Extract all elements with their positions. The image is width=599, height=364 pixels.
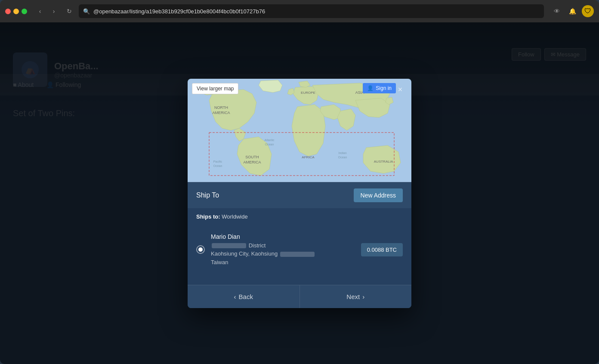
address-line-1: District	[211, 241, 355, 250]
svg-text:Pacific: Pacific	[213, 160, 222, 163]
svg-text:AFRICA: AFRICA	[302, 155, 315, 159]
map-container: NORTH AMERICA SOUTH AMERICA AFRICA EUROP…	[188, 79, 411, 182]
svg-text:Atlantic: Atlantic	[265, 139, 275, 142]
nav-buttons: ‹ ›	[34, 5, 60, 17]
address-price: 0.0088 BTC	[361, 243, 403, 256]
svg-text:Ocean: Ocean	[338, 156, 347, 159]
svg-text:EUROPE: EUROPE	[301, 91, 315, 95]
map-sign-in-button[interactable]: 👤 Sign in	[363, 83, 396, 93]
svg-text:NORTH: NORTH	[214, 105, 228, 110]
ships-to-bar: Ships to: Worldwide	[188, 208, 411, 225]
checkout-modal: ×	[188, 79, 411, 308]
svg-text:SOUTH: SOUTH	[245, 155, 259, 159]
browser-actions: 👁 🔔 🛡	[551, 5, 594, 17]
address-item[interactable]: Mario Dian District Kaohsiung City, Kaoh…	[196, 229, 403, 271]
forward-nav-button[interactable]: ›	[48, 5, 60, 17]
svg-text:Ocean: Ocean	[213, 164, 222, 167]
modal-close-button[interactable]: ×	[394, 84, 406, 96]
notification-button[interactable]: 🔔	[566, 5, 578, 17]
back-button[interactable]: ‹ Back	[188, 285, 300, 308]
modal-overlay: ×	[0, 22, 599, 364]
svg-text:Ocean: Ocean	[265, 143, 274, 146]
next-button[interactable]: Next ›	[300, 285, 412, 308]
world-map: NORTH AMERICA SOUTH AMERICA AFRICA EUROP…	[188, 79, 411, 182]
address-line-2: Kaohsiung City, Kaohsiung	[211, 250, 355, 258]
user-avatar[interactable]: 🛡	[582, 5, 594, 17]
ships-to-text: Ships to: Worldwide	[196, 213, 248, 220]
svg-text:AMERICA: AMERICA	[212, 111, 230, 115]
browser-content: ⛺ OpenBa... @openbazaar Follow ✉ Message…	[0, 22, 599, 364]
address-bar[interactable]: 🔍 @openbazaar/listing/a19eb381b929cf0e1b…	[79, 4, 544, 18]
refresh-button[interactable]: ↻	[63, 5, 75, 17]
svg-text:AMERICA: AMERICA	[243, 160, 261, 164]
back-nav-button[interactable]: ‹	[34, 5, 46, 17]
radio-outer	[196, 245, 205, 254]
url-text: @openbazaar/listing/a19eb381b929cf0e1b0e…	[93, 8, 540, 15]
address-list: Mario Dian District Kaohsiung City, Kaoh…	[188, 225, 411, 285]
minimize-button[interactable]	[13, 9, 19, 14]
redacted-text-1	[212, 243, 246, 248]
close-button[interactable]	[5, 9, 11, 14]
next-chevron-icon: ›	[362, 293, 364, 300]
radio-inner	[198, 247, 203, 252]
address-line-3: Taiwan	[211, 258, 355, 267]
address-radio[interactable]	[196, 245, 205, 254]
browser-window: ‹ › ↻ 🔍 @openbazaar/listing/a19eb381b929…	[0, 0, 599, 364]
eye-icon-button[interactable]: 👁	[551, 5, 563, 17]
redacted-text-2	[280, 252, 315, 257]
new-address-button[interactable]: New Address	[354, 188, 403, 202]
search-icon: 🔍	[83, 8, 90, 15]
browser-titlebar: ‹ › ↻ 🔍 @openbazaar/listing/a19eb381b929…	[0, 0, 599, 22]
modal-footer: ‹ Back Next ›	[188, 285, 411, 308]
address-details: Mario Dian District Kaohsiung City, Kaoh…	[211, 233, 355, 267]
ship-to-section: Ship To New Address	[188, 182, 411, 208]
svg-text:AUSTRALIA: AUSTRALIA	[374, 160, 393, 163]
back-chevron-icon: ‹	[234, 293, 236, 300]
ship-to-label: Ship To	[196, 191, 219, 199]
address-name: Mario Dian	[211, 233, 355, 240]
traffic-lights	[5, 9, 27, 14]
svg-text:Indian: Indian	[338, 151, 346, 154]
maximize-button[interactable]	[22, 9, 27, 14]
person-icon: 👤	[367, 85, 374, 91]
view-larger-map-button[interactable]: View larger map	[192, 83, 238, 94]
